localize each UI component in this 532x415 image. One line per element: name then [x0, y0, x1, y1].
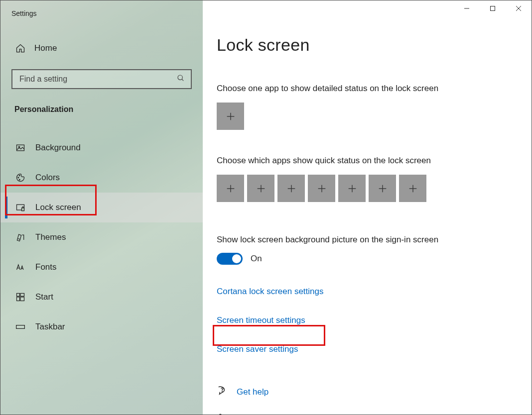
feedback-icon [217, 413, 228, 415]
home-icon [15, 43, 25, 53]
toggle-state-label: On [251, 254, 262, 264]
nav-item-lock-screen[interactable]: Lock screen [0, 193, 203, 222]
add-quick-app-button[interactable] [369, 175, 396, 202]
svg-line-1 [182, 79, 183, 81]
help-icon [217, 385, 228, 399]
bg-toggle[interactable] [217, 253, 243, 265]
nav-item-label: Colors [35, 173, 60, 183]
toggle-knob [232, 254, 241, 263]
nav-list: Background Colors Lock screen [0, 133, 203, 342]
svg-point-6 [19, 179, 20, 180]
svg-rect-10 [20, 294, 24, 297]
close-button[interactable] [506, 0, 532, 16]
start-icon [15, 292, 25, 302]
search-icon [177, 74, 185, 84]
link-cortana-settings[interactable]: Cortana lock screen settings [217, 287, 532, 297]
nav-item-taskbar[interactable]: Taskbar [0, 312, 203, 342]
app-title: Settings [0, 0, 203, 17]
maximize-button[interactable] [480, 0, 506, 16]
nav-home[interactable]: Home [0, 38, 203, 58]
sidebar: Settings Home Personalization Backgrou [0, 0, 203, 415]
nav-home-label: Home [34, 43, 57, 53]
nav-item-fonts[interactable]: Fonts [0, 252, 203, 282]
svg-rect-13 [16, 325, 25, 329]
svg-point-3 [18, 146, 20, 148]
nav-item-label: Lock screen [35, 203, 81, 212]
fonts-icon [15, 262, 25, 272]
content-panel: Lock screen Choose one app to show detai… [203, 0, 532, 415]
quick-status-label: Choose which apps show quick status on t… [217, 156, 532, 166]
nav-item-label: Background [35, 143, 81, 153]
add-quick-app-button[interactable] [217, 175, 244, 202]
add-quick-app-button[interactable] [247, 175, 274, 202]
quick-status-slots [217, 175, 532, 202]
detail-status-label: Choose one app to show detailed status o… [217, 84, 532, 94]
add-quick-app-button[interactable] [338, 175, 366, 202]
add-quick-app-button[interactable] [308, 175, 335, 202]
search-row [11, 69, 192, 89]
palette-icon [15, 173, 25, 183]
minimize-button[interactable] [454, 0, 480, 16]
svg-point-5 [19, 175, 20, 176]
get-help-link[interactable]: Get help [217, 385, 532, 399]
themes-icon [15, 232, 25, 242]
window-controls [454, 0, 532, 16]
get-help-label: Get help [237, 387, 268, 397]
svg-rect-15 [491, 6, 495, 11]
add-quick-app-button[interactable] [277, 175, 305, 202]
nav-item-label: Themes [35, 232, 66, 242]
nav-item-themes[interactable]: Themes [0, 222, 203, 252]
help-section: Get help Give feedback [217, 385, 532, 415]
add-detail-app-button[interactable] [217, 103, 244, 130]
give-feedback-link[interactable]: Give feedback [217, 413, 532, 415]
svg-rect-8 [22, 208, 24, 211]
lock-screen-icon [15, 203, 25, 212]
link-screen-saver[interactable]: Screen saver settings [217, 344, 532, 354]
add-quick-app-button[interactable] [399, 175, 426, 202]
picture-icon [15, 143, 25, 153]
svg-point-4 [18, 177, 19, 178]
nav-item-background[interactable]: Background [0, 133, 203, 163]
nav-item-label: Start [35, 292, 53, 302]
svg-rect-12 [20, 297, 24, 301]
svg-rect-9 [17, 294, 20, 297]
detail-status-slots [217, 103, 532, 130]
taskbar-icon [15, 322, 25, 332]
category-title: Personalization [0, 89, 203, 119]
bg-toggle-row: On [217, 253, 532, 265]
nav-item-colors[interactable]: Colors [0, 163, 203, 193]
bg-toggle-label: Show lock screen background picture on t… [217, 235, 532, 245]
svg-rect-11 [17, 297, 20, 301]
nav-item-label: Taskbar [35, 322, 65, 332]
svg-point-34 [222, 391, 223, 392]
search-input[interactable] [11, 69, 192, 89]
nav-item-label: Fonts [35, 262, 57, 272]
link-screen-timeout[interactable]: Screen timeout settings [217, 315, 532, 325]
svg-point-0 [178, 75, 182, 80]
nav-item-start[interactable]: Start [0, 282, 203, 312]
